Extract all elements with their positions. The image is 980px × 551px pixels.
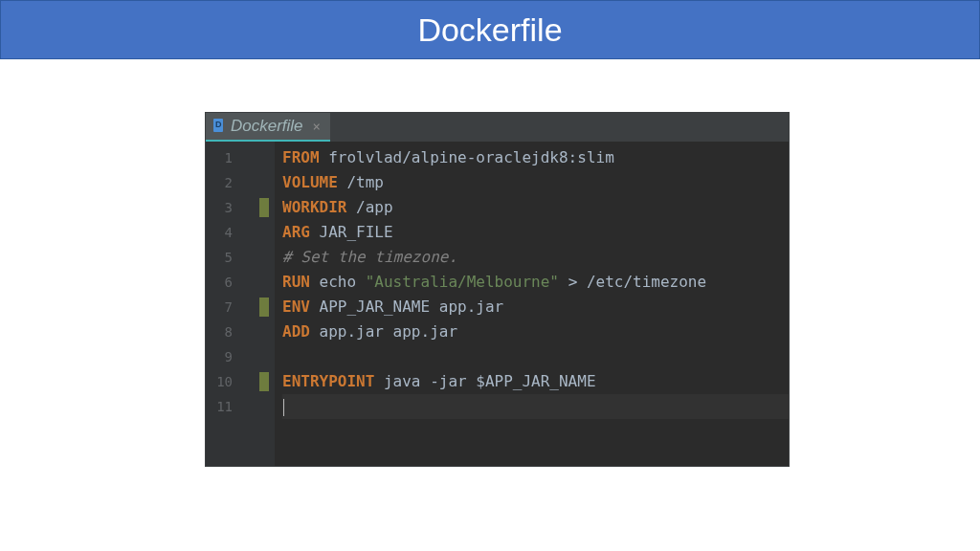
line-number: 6	[206, 270, 240, 295]
code-line: ENV APP_JAR_NAME app.jar	[282, 295, 789, 320]
code-line: FROM frolvlad/alpine-oraclejdk8:slim	[282, 145, 789, 170]
close-icon[interactable]: ×	[313, 119, 321, 134]
code-line: ARG JAR_FILE	[282, 220, 789, 245]
line-gutter: 1 2 3 4 5 6 7 8 9 10 11	[206, 142, 275, 466]
gutter-marker	[259, 273, 269, 292]
line-number: 11	[206, 394, 240, 419]
page-title: Dockerfile	[417, 11, 562, 49]
code-line: WORKDIR /app	[282, 195, 789, 220]
line-number: 8	[206, 320, 240, 344]
line-number: 2	[206, 170, 240, 195]
code-area: 1 2 3 4 5 6 7 8 9 10 11 FROM frolvlad/al…	[206, 142, 789, 466]
line-number: 7	[206, 295, 240, 320]
gutter-marker	[259, 298, 269, 317]
gutter-marker	[259, 173, 269, 192]
line-number: 5	[206, 245, 240, 270]
line-number: 3	[206, 195, 240, 220]
gutter-marker	[259, 397, 269, 416]
code-editor-panel: Dockerfile × 1 2 3 4 5 6 7 8 9 10 11 FRO…	[205, 112, 790, 467]
gutter-marker	[259, 148, 269, 167]
gutter-marker	[259, 198, 269, 217]
code-line	[282, 344, 789, 369]
code-body[interactable]: FROM frolvlad/alpine-oraclejdk8:slim VOL…	[275, 142, 789, 466]
code-line	[282, 394, 789, 419]
gutter-marker	[259, 322, 269, 342]
code-line: # Set the timezone.	[282, 245, 789, 270]
code-line: RUN echo "Australia/Melbourne" > /etc/ti…	[282, 270, 789, 295]
editor-tab-dockerfile[interactable]: Dockerfile ×	[206, 113, 330, 142]
gutter-marker	[259, 223, 269, 242]
line-number: 9	[206, 344, 240, 369]
gutter-marker	[259, 248, 269, 267]
tab-label: Dockerfile	[231, 117, 303, 136]
code-line: VOLUME /tmp	[282, 170, 789, 195]
page-header: Dockerfile	[0, 0, 980, 59]
gutter-marker	[259, 372, 269, 391]
code-line: ADD app.jar app.jar	[282, 320, 789, 344]
gutter-marker	[259, 347, 269, 366]
line-number: 10	[206, 369, 240, 394]
text-cursor	[283, 399, 284, 416]
docker-file-icon	[212, 119, 225, 134]
line-number: 1	[206, 145, 240, 170]
line-number: 4	[206, 220, 240, 245]
code-line: ENTRYPOINT java -jar $APP_JAR_NAME	[282, 369, 789, 394]
editor-tab-bar: Dockerfile ×	[206, 113, 789, 142]
